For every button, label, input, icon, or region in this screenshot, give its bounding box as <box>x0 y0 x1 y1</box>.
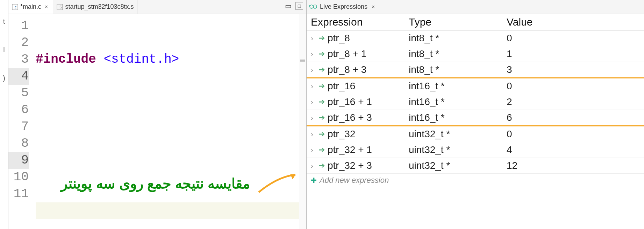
value-cell: 4 <box>507 144 640 155</box>
table-row[interactable]: ›➔ptr_16int16_t *0 <box>307 78 644 94</box>
tab-label: startup_stm32f103c8tx.s <box>65 3 134 11</box>
glasses-icon <box>309 3 317 11</box>
type-cell: int16_t * <box>409 96 507 107</box>
type-cell: int8_t * <box>409 48 507 60</box>
pointer-icon: ➔ <box>319 113 325 122</box>
pointer-icon: ➔ <box>319 65 325 74</box>
type-cell: int8_t * <box>409 33 507 44</box>
editor-pane: .c *main.c × .S startup_stm32f103c8tx.s … <box>8 0 306 229</box>
expression-text: ptr_8 <box>328 33 350 44</box>
expression-cell[interactable]: ›➔ptr_32 + 3 <box>311 160 409 171</box>
line-number: 10 <box>8 169 29 186</box>
expression-text: ptr_32 + 1 <box>328 144 372 155</box>
table-row[interactable]: ›➔ptr_32 + 1uint32_t *4 <box>307 142 644 158</box>
line-number: 8 <box>8 135 29 152</box>
table-header: Expression Type Value <box>307 14 644 30</box>
type-cell: int8_t * <box>409 64 507 75</box>
expression-text: ptr_16 + 1 <box>328 96 372 107</box>
expression-cell[interactable]: ›➔ptr_8 + 1 <box>311 48 409 60</box>
value-cell: 0 <box>507 129 640 140</box>
chevron-right-icon[interactable]: › <box>311 98 316 106</box>
value-cell: 0 <box>507 81 640 92</box>
table-row[interactable]: ›➔ptr_32 + 3uint32_t *12 <box>307 158 644 174</box>
value-cell: 3 <box>507 64 640 75</box>
maximize-icon[interactable]: □ <box>295 2 303 10</box>
activity-bar: t l ) <box>0 0 8 229</box>
svg-text:.S: .S <box>58 5 62 9</box>
minimize-icon[interactable]: ▭ <box>284 2 292 10</box>
svg-point-5 <box>313 5 317 8</box>
expression-cell[interactable]: ›➔ptr_16 + 1 <box>311 96 409 107</box>
pointer-icon: ➔ <box>319 97 325 106</box>
editor-window-controls: ▭ □ <box>284 2 303 10</box>
line-number: 6 <box>8 102 29 118</box>
table-row[interactable]: ›➔ptr_16 + 1int16_t *2 <box>307 94 644 110</box>
line-number: 4 <box>8 68 29 85</box>
expression-cell[interactable]: ›➔ptr_16 <box>311 81 409 92</box>
expression-cell[interactable]: ›➔ptr_8 <box>311 33 409 44</box>
pointer-icon: ➔ <box>319 130 325 139</box>
s-file-icon: .S <box>57 4 63 10</box>
ruler-mark <box>300 60 305 62</box>
value-cell: 0 <box>507 33 640 44</box>
chevron-right-icon[interactable]: › <box>311 50 316 58</box>
gutter-item: ) <box>3 74 5 82</box>
svg-point-4 <box>310 5 313 8</box>
gutter-item: t <box>3 18 5 26</box>
editor-tab-main-c[interactable]: .c *main.c × <box>8 0 53 14</box>
code-editor[interactable]: 1 2 3 4 5 6 7 8 9 10 11 #include <stdint… <box>8 14 306 229</box>
code-line[interactable] <box>36 152 306 169</box>
table-row[interactable]: ›➔ptr_16 + 3int16_t *6 <box>307 110 644 126</box>
table-row[interactable]: ›➔ptr_8 + 3int8_t *3 <box>307 62 644 78</box>
close-icon[interactable]: × <box>43 4 49 10</box>
chevron-right-icon[interactable]: › <box>311 82 316 90</box>
table-row[interactable]: ›➔ptr_8int8_t *0 <box>307 30 644 46</box>
type-cell: uint32_t * <box>409 129 507 140</box>
add-expression-label: Add new expression <box>320 176 389 185</box>
pointer-icon: ➔ <box>319 145 325 154</box>
gutter-item: l <box>3 46 5 54</box>
editor-tab-bar: .c *main.c × .S startup_stm32f103c8tx.s … <box>8 0 306 14</box>
add-expression-row[interactable]: ✚ Add new expression <box>307 174 644 187</box>
value-cell: 12 <box>507 160 640 171</box>
col-header-expression[interactable]: Expression <box>311 16 409 28</box>
type-cell: uint32_t * <box>409 160 507 171</box>
col-header-value[interactable]: Value <box>507 16 640 28</box>
chevron-right-icon[interactable]: › <box>311 66 316 74</box>
chevron-right-icon[interactable]: › <box>311 114 316 122</box>
col-header-type[interactable]: Type <box>409 16 507 28</box>
line-number: 5 <box>8 85 29 102</box>
panel-title: Live Expressions <box>320 3 367 11</box>
pointer-icon: ➔ <box>319 49 325 58</box>
overview-ruler[interactable] <box>299 14 306 229</box>
table-row[interactable]: ›➔ptr_8 + 1int8_t *1 <box>307 46 644 62</box>
code-line[interactable] <box>36 102 306 118</box>
expression-cell[interactable]: ›➔ptr_16 + 3 <box>311 112 409 123</box>
value-cell: 2 <box>507 96 640 107</box>
expression-cell[interactable]: ›➔ptr_32 + 1 <box>311 144 409 155</box>
close-icon[interactable]: × <box>372 4 375 10</box>
live-expressions-pane: Live Expressions × Expression Type Value… <box>306 0 644 229</box>
expression-text: ptr_32 + 3 <box>328 160 372 171</box>
line-number: 11 <box>8 186 29 202</box>
value-cell: 6 <box>507 112 640 123</box>
code-content[interactable]: #include <stdint.h> uint32_t * ptr_32 = … <box>33 14 306 229</box>
expression-text: ptr_8 + 3 <box>328 64 366 75</box>
pointer-icon: ➔ <box>319 34 325 43</box>
expression-text: ptr_16 + 3 <box>328 112 372 123</box>
table-row[interactable]: ›➔ptr_32uint32_t *0 <box>307 126 644 142</box>
code-line[interactable] <box>36 202 306 219</box>
chevron-right-icon[interactable]: › <box>311 162 316 170</box>
expressions-table: Expression Type Value ›➔ptr_8int8_t *0›➔… <box>307 14 644 229</box>
chevron-right-icon[interactable]: › <box>311 34 316 42</box>
line-number: 3 <box>8 51 29 68</box>
editor-tab-startup-s[interactable]: .S startup_stm32f103c8tx.s <box>53 0 137 14</box>
code-line[interactable]: #include <stdint.h> <box>36 51 306 68</box>
chevron-right-icon[interactable]: › <box>311 130 316 138</box>
chevron-right-icon[interactable]: › <box>311 146 316 154</box>
line-number: 1 <box>8 18 29 34</box>
pointer-icon: ➔ <box>319 82 325 91</box>
expression-cell[interactable]: ›➔ptr_32 <box>311 129 409 140</box>
expression-text: ptr_32 <box>328 129 355 140</box>
expression-cell[interactable]: ›➔ptr_8 + 3 <box>311 64 409 75</box>
